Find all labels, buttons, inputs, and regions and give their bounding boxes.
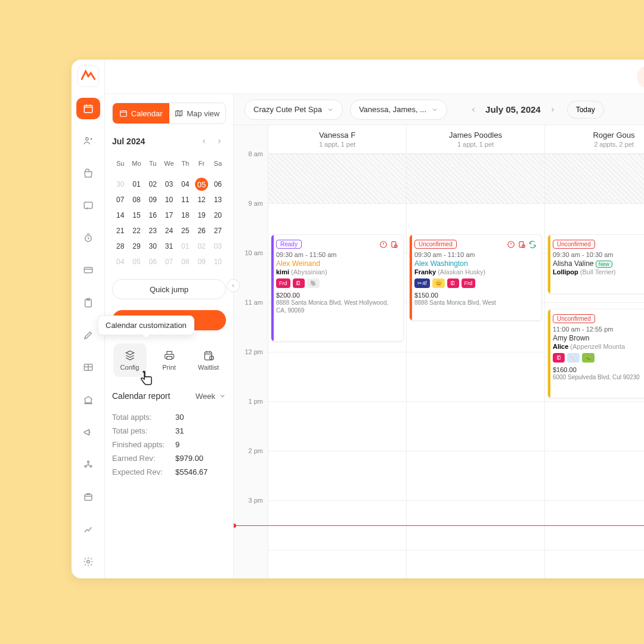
- day-cell[interactable]: 10: [161, 193, 177, 206]
- collapse-sidebar-button[interactable]: [227, 279, 240, 292]
- nav-shop-icon[interactable]: [76, 163, 100, 184]
- day-cell[interactable]: 03: [161, 178, 177, 191]
- appointment-card[interactable]: Unconfirmed09:30 am - 11:10 amAlex Washi…: [409, 234, 542, 321]
- day-cell[interactable]: 10: [210, 255, 226, 268]
- nav-megaphone-icon[interactable]: [76, 422, 100, 443]
- day-cell[interactable]: 18: [177, 209, 193, 222]
- day-cell[interactable]: 07: [112, 193, 128, 206]
- nav-chat-icon[interactable]: [76, 195, 100, 216]
- utility-buttons: Config Print Waitlist: [112, 343, 226, 377]
- day-cell[interactable]: 09: [145, 193, 161, 206]
- appointment-card[interactable]: Ready09:30 am - 11:50 amAlex Weinandkimi…: [271, 234, 404, 342]
- period-select[interactable]: Week: [196, 392, 226, 401]
- day-cell[interactable]: 05: [195, 178, 208, 191]
- staff-column: James Poodles1 appt, 1 petUnconfirmed09:…: [407, 125, 545, 578]
- nav-grid-icon[interactable]: [76, 357, 100, 378]
- nav-card-icon[interactable]: [76, 259, 100, 281]
- day-of-week-header: SuMoTuWeThFrSa: [112, 160, 226, 167]
- day-cell[interactable]: 08: [177, 255, 193, 268]
- pointer-cursor-icon: [138, 370, 155, 388]
- day-cell[interactable]: 28: [112, 240, 128, 253]
- add-button[interactable]: [637, 66, 644, 88]
- svg-rect-19: [392, 242, 396, 247]
- prev-day-button[interactable]: [466, 103, 481, 117]
- report-header: Calendar report Week: [112, 391, 226, 401]
- appointment-card[interactable]: Unconfirmed11:00 am - 12:55 pmAmy BrownA…: [547, 309, 644, 398]
- day-cell[interactable]: 15: [128, 209, 144, 222]
- day-cell[interactable]: 04: [177, 178, 193, 191]
- svg-point-9: [85, 466, 86, 467]
- svg-rect-2: [84, 202, 92, 209]
- day-cell[interactable]: 25: [177, 224, 193, 237]
- day-cell[interactable]: 19: [193, 209, 209, 222]
- day-cell[interactable]: 07: [161, 255, 177, 268]
- day-cell[interactable]: 12: [193, 193, 209, 206]
- day-cell[interactable]: 13: [210, 193, 226, 206]
- prev-month-button[interactable]: [197, 135, 210, 148]
- nav-calendar-icon[interactable]: [76, 98, 100, 119]
- svg-point-8: [87, 461, 89, 463]
- day-cell[interactable]: 16: [145, 209, 161, 222]
- day-cell[interactable]: 22: [128, 224, 144, 237]
- nav-people-icon[interactable]: [76, 130, 100, 151]
- day-cell[interactable]: 27: [210, 224, 226, 237]
- nav-clock-icon[interactable]: [76, 227, 100, 249]
- day-cell[interactable]: 31: [161, 240, 177, 253]
- nav-network-icon[interactable]: [76, 454, 100, 475]
- report-title: Calendar report: [112, 391, 170, 401]
- svg-rect-4: [84, 268, 92, 273]
- day-cell[interactable]: 09: [193, 255, 209, 268]
- day-cell[interactable]: 30: [145, 240, 161, 253]
- svg-rect-15: [120, 111, 127, 116]
- staff-select[interactable]: Vanessa, James, ...: [350, 100, 447, 120]
- svg-point-10: [90, 466, 92, 467]
- nav-settings-icon[interactable]: [76, 551, 100, 572]
- calendar-view-toggle[interactable]: Calendar: [113, 103, 169, 123]
- day-cell[interactable]: 26: [193, 224, 209, 237]
- nav-bank-icon[interactable]: [76, 389, 100, 410]
- day-cell[interactable]: 05: [128, 255, 144, 268]
- quick-jump-button[interactable]: Quick jump: [112, 279, 226, 299]
- location-select[interactable]: Crazy Cute Pet Spa: [244, 100, 343, 120]
- day-cell[interactable]: 04: [112, 255, 128, 268]
- nav-analytics-icon[interactable]: [76, 518, 100, 540]
- next-day-button[interactable]: [546, 103, 560, 117]
- day-cell[interactable]: 02: [193, 240, 209, 253]
- date-navigator: July 05, 2024: [466, 103, 560, 117]
- current-date: July 05, 2024: [485, 104, 541, 114]
- next-month-button[interactable]: [213, 135, 226, 148]
- day-cell[interactable]: 03: [210, 240, 226, 253]
- day-cell[interactable]: 02: [145, 178, 161, 191]
- staff-column: Vanessa F1 appt, 1 petReady09:30 am - 11…: [268, 125, 407, 578]
- mini-calendar-month: Jul 2024: [112, 137, 145, 146]
- day-cell[interactable]: 20: [210, 209, 226, 222]
- day-cell[interactable]: 14: [112, 209, 128, 222]
- day-cell[interactable]: 01: [177, 240, 193, 253]
- today-button[interactable]: Today: [567, 101, 604, 119]
- svg-rect-11: [85, 495, 92, 501]
- day-cell[interactable]: 23: [145, 224, 161, 237]
- day-cell[interactable]: 24: [161, 224, 177, 237]
- nav-box-icon[interactable]: [76, 486, 100, 507]
- day-cell[interactable]: 17: [161, 209, 177, 222]
- config-tooltip: Calendar customization: [98, 315, 194, 335]
- day-cell[interactable]: 01: [128, 178, 144, 191]
- day-cell[interactable]: 11: [177, 193, 193, 206]
- day-cell[interactable]: 29: [128, 240, 144, 253]
- svg-rect-22: [519, 242, 524, 247]
- mini-calendar-days: 3001020304050607080910111213141516171819…: [112, 178, 226, 268]
- map-view-toggle[interactable]: Map view: [169, 103, 226, 123]
- nav-clipboard-icon[interactable]: [76, 292, 100, 314]
- report-stats: Total appts:30Total pets:31Finished appt…: [112, 413, 226, 476]
- time-column: 8 am9 am10 am11 am12 pm1 pm2 pm3 pm: [234, 125, 268, 578]
- day-cell[interactable]: 06: [145, 255, 161, 268]
- day-cell[interactable]: 30: [112, 178, 128, 191]
- print-button[interactable]: Print: [153, 343, 186, 377]
- svg-point-1: [85, 138, 88, 141]
- day-cell[interactable]: 06: [210, 178, 226, 191]
- appointment-card[interactable]: Unconfirmed09:30 am - 10:30 amAlisha Val…: [547, 234, 644, 294]
- waitlist-button[interactable]: Waitlist: [192, 343, 225, 377]
- day-cell[interactable]: 08: [128, 193, 144, 206]
- nav-edit-icon[interactable]: [76, 324, 100, 346]
- day-cell[interactable]: 21: [112, 224, 128, 237]
